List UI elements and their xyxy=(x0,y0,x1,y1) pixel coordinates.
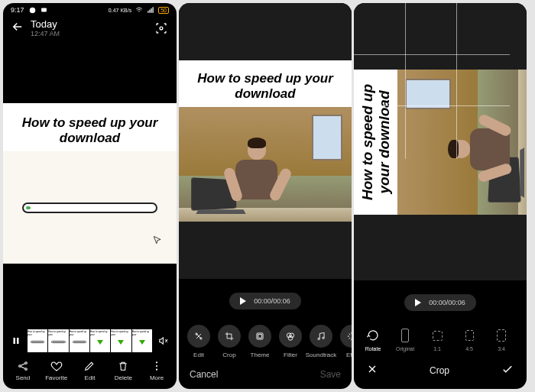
media-content: How to speed up your download xyxy=(179,60,352,222)
editor-bottom-bar: Cancel Save xyxy=(179,361,352,389)
chat-icon xyxy=(41,7,47,14)
thumbnail-strip-row: How to speed up your How to speed up you… xyxy=(3,325,177,357)
gallery-date-title: Today xyxy=(31,18,148,30)
meme-scene xyxy=(397,70,527,215)
svg-point-6 xyxy=(160,27,163,30)
meme-title: How to speed up your download xyxy=(3,103,177,151)
status-time: 9:17 xyxy=(11,6,24,14)
gallery-bottom-bar: Send Favorite Edit Delete More xyxy=(3,357,177,389)
thumbnail[interactable]: How to speed up your xyxy=(132,329,152,352)
time-display: 00:00/00:06 xyxy=(254,297,290,305)
svg-point-0 xyxy=(29,7,35,13)
svg-rect-18 xyxy=(258,335,262,339)
crop-4-5[interactable]: 4:5 xyxy=(455,328,484,352)
svg-point-20 xyxy=(290,333,294,338)
meme-scene xyxy=(179,107,352,222)
meme-title: How to speed up your download xyxy=(354,70,397,215)
svg-point-15 xyxy=(196,333,197,335)
media-viewport[interactable]: How to speed up your download xyxy=(3,42,177,325)
svg-rect-8 xyxy=(17,338,19,344)
play-bar: 00:00/00:06 xyxy=(179,279,352,319)
svg-point-16 xyxy=(200,338,202,339)
svg-point-13 xyxy=(156,365,157,367)
tool-edit[interactable]: Edit xyxy=(183,325,214,358)
crop-bottom-bar: Crop xyxy=(354,355,527,389)
svg-point-14 xyxy=(156,369,157,371)
gallery-viewer-screen: 9:17 0.47 KB/s 50 Today xyxy=(3,3,177,389)
tool-effect[interactable]: Effe xyxy=(336,325,352,358)
play-pill[interactable]: 00:00/00:06 xyxy=(404,294,476,311)
time-display: 00:00/00:06 xyxy=(429,299,465,306)
crop-original[interactable]: Original xyxy=(391,328,420,352)
back-button[interactable] xyxy=(11,20,24,37)
svg-rect-7 xyxy=(14,338,16,344)
play-bar: 00:00/00:06 xyxy=(354,280,527,320)
download-progress-graphic xyxy=(22,202,157,213)
svg-point-22 xyxy=(318,338,319,339)
more-button[interactable]: More xyxy=(141,360,172,381)
crop-editor-screen: How to speed up your download 00:00 xyxy=(354,3,527,389)
gallery-topbar: Today 12:47 AM xyxy=(3,15,177,42)
svg-rect-2 xyxy=(148,11,148,13)
mute-button[interactable] xyxy=(157,334,170,348)
svg-point-11 xyxy=(25,368,28,371)
svg-point-12 xyxy=(156,361,157,363)
editor-preview[interactable]: How to speed up your download xyxy=(179,3,352,279)
play-icon xyxy=(240,297,246,305)
thumbnail[interactable]: How to speed up your xyxy=(70,329,89,352)
send-button[interactable]: Send xyxy=(8,360,38,381)
save-button[interactable]: Save xyxy=(320,369,341,380)
rotated-media: How to speed up your download xyxy=(354,70,527,215)
svg-point-10 xyxy=(25,362,28,364)
thumbnail[interactable]: How to speed up your xyxy=(90,329,110,352)
crop-1-1[interactable]: 1:1 xyxy=(423,328,452,352)
tool-filter[interactable]: Filter xyxy=(275,325,306,358)
svg-rect-4 xyxy=(151,8,152,13)
signal-icon xyxy=(147,6,154,14)
thumbnail-strip[interactable]: How to speed up your How to speed up you… xyxy=(28,329,152,352)
svg-point-21 xyxy=(288,335,293,340)
svg-rect-1 xyxy=(41,8,47,11)
crop-preview[interactable]: How to speed up your download xyxy=(354,3,527,280)
play-icon xyxy=(415,299,421,306)
media-content: How to speed up your download xyxy=(3,103,177,264)
status-network: 0.47 KB/s xyxy=(109,8,131,13)
edit-button[interactable]: Edit xyxy=(74,360,105,381)
video-editor-screen: How to speed up your download 00:00/00:0… xyxy=(179,3,352,389)
crop-cancel-button[interactable] xyxy=(366,363,378,377)
delete-button[interactable]: Delete xyxy=(108,360,138,381)
crop-confirm-button[interactable] xyxy=(501,362,514,378)
messenger-icon xyxy=(29,7,36,14)
svg-rect-3 xyxy=(150,10,151,13)
crop-options-row: Rotate Original 1:1 4:5 3:4 xyxy=(354,320,527,355)
tool-crop[interactable]: Crop xyxy=(214,325,245,358)
crop-more[interactable] xyxy=(519,328,527,352)
wifi-icon xyxy=(135,6,143,14)
tool-theme[interactable]: Theme xyxy=(245,325,275,358)
cursor-icon xyxy=(152,235,163,248)
status-bar: 9:17 0.47 KB/s 50 xyxy=(3,3,177,15)
cancel-button[interactable]: Cancel xyxy=(190,369,218,380)
play-pill[interactable]: 00:00/00:06 xyxy=(229,293,301,309)
thumbnail[interactable]: How to speed up your xyxy=(28,329,47,352)
tool-soundtrack[interactable]: Soundtrack xyxy=(306,325,336,358)
svg-rect-5 xyxy=(153,7,154,13)
svg-rect-17 xyxy=(257,333,263,339)
pause-button[interactable] xyxy=(9,334,23,348)
favorite-button[interactable]: Favorite xyxy=(41,360,72,381)
svg-point-9 xyxy=(19,365,21,368)
crop-rotate[interactable]: Rotate xyxy=(358,328,387,352)
crop-3-4[interactable]: 3:4 xyxy=(487,328,516,352)
crop-title: Crop xyxy=(430,365,449,376)
lens-button[interactable] xyxy=(154,21,169,36)
editor-tools-row: Edit Crop Theme Filter Soundtrack Effe xyxy=(179,319,352,361)
thumbnail[interactable]: How to speed up your xyxy=(111,329,131,352)
svg-point-23 xyxy=(323,337,324,339)
battery-icon: 50 xyxy=(158,7,169,14)
gallery-time-subtitle: 12:47 AM xyxy=(31,30,148,37)
thumbnail[interactable]: How to speed up your xyxy=(48,329,68,352)
meme-title: How to speed up your download xyxy=(179,60,352,107)
